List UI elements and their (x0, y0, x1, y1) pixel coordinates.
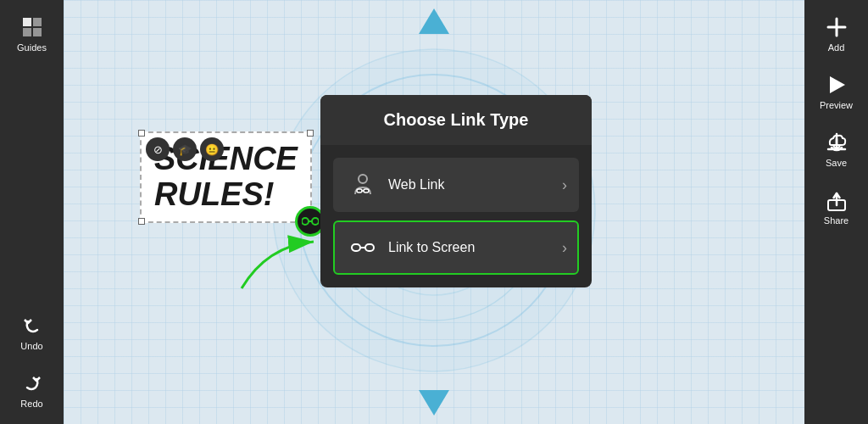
link-to-screen-item[interactable]: Link to Screen › (333, 220, 579, 275)
undo-label: Undo (20, 341, 42, 351)
sidebar-item-share[interactable]: Share (804, 181, 868, 232)
link-to-screen-label: Link to Screen (388, 240, 475, 255)
sidebar-item-guides[interactable]: Guides (0, 8, 64, 59)
share-label: Share (824, 215, 849, 226)
link-icon (302, 215, 319, 227)
popup-title: Choose Link Type (320, 95, 592, 145)
guides-label: Guides (17, 42, 47, 53)
svg-rect-20 (364, 189, 369, 192)
handle-tr[interactable] (307, 130, 314, 137)
save-icon (825, 131, 849, 154)
choose-link-type-popup: Choose Link Type Web Link › (320, 95, 592, 287)
svg-rect-11 (33, 28, 42, 36)
sidebar-item-save[interactable]: Save (804, 124, 868, 175)
add-label: Add (828, 42, 845, 53)
sidebar-item-undo[interactable]: Undo (0, 307, 64, 358)
handle-bl[interactable] (138, 218, 145, 225)
hat-icon: 🎓 (173, 137, 197, 161)
triangle-bottom-icon (419, 390, 449, 416)
arrow-indicator (233, 229, 335, 297)
svg-rect-5 (312, 218, 319, 225)
svg-rect-4 (302, 218, 309, 225)
triangle-top-icon (419, 8, 449, 34)
share-icon (825, 188, 849, 212)
svg-rect-19 (357, 189, 362, 192)
web-link-item[interactable]: Web Link › (333, 158, 579, 212)
sidebar-item-add[interactable]: Add (804, 8, 868, 59)
svg-point-18 (359, 175, 367, 183)
handle-tl[interactable] (138, 130, 145, 137)
plus-icon (825, 15, 849, 39)
svg-rect-9 (33, 18, 42, 26)
web-link-label: Web Link (388, 177, 444, 192)
left-sidebar: Guides Undo Redo (0, 0, 64, 424)
save-label: Save (826, 158, 847, 168)
sidebar-item-preview[interactable]: Preview (804, 66, 868, 117)
guides-icon (20, 15, 44, 39)
link-screen-icon (348, 232, 378, 263)
redo-label: Redo (20, 399, 42, 409)
face-icon: 😐 (200, 137, 224, 161)
sidebar-item-redo[interactable]: Redo (0, 365, 64, 416)
link-to-screen-chevron: › (562, 239, 567, 257)
svg-rect-22 (352, 244, 360, 251)
popup-body: Web Link › Link to Screen › (320, 145, 592, 287)
stop-icon: ⊘ (146, 137, 170, 161)
icon-overlay: ⊘ 🎓 😐 (146, 137, 224, 161)
web-link-icon (348, 170, 378, 200)
svg-rect-23 (365, 244, 374, 251)
undo-icon (20, 314, 44, 338)
svg-rect-8 (23, 18, 31, 26)
redo-icon (20, 371, 44, 395)
play-icon (825, 73, 849, 97)
svg-marker-14 (830, 76, 845, 93)
right-sidebar: Add Preview Save (804, 0, 868, 424)
preview-label: Preview (820, 100, 853, 110)
svg-rect-10 (23, 28, 31, 36)
canvas-text-element[interactable]: ⊘ 🎓 😐 SCIENCE RULES! (140, 131, 312, 223)
web-link-chevron: › (562, 176, 567, 194)
